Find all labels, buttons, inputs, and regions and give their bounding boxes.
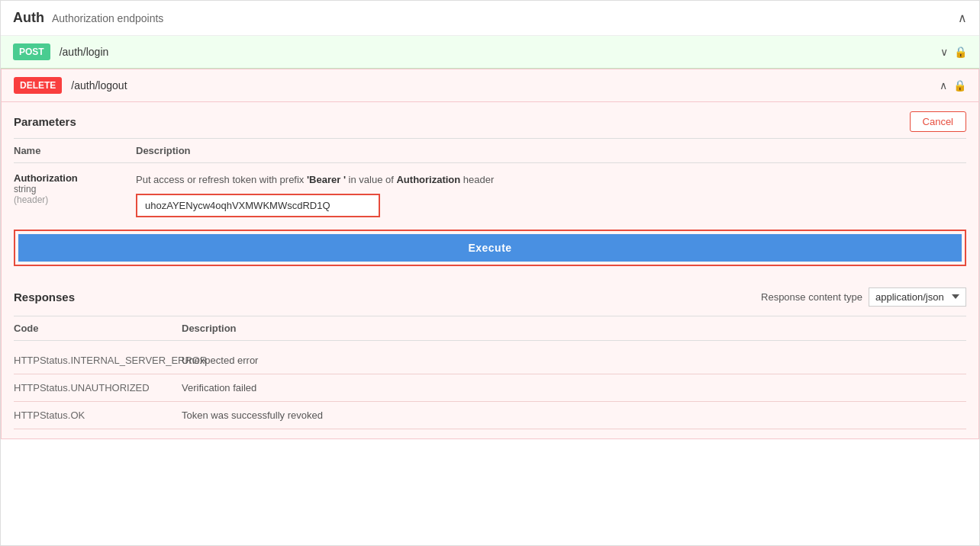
parameters-title: Parameters [14, 115, 76, 128]
responses-area: Responses Response content type applicat… [2, 278, 978, 438]
post-endpoint-right: ∨ 🔒 [940, 46, 967, 58]
response-desc-server-error: Unexpected error [182, 355, 966, 366]
desc-prefix: Put access or refresh token with prefix [136, 174, 307, 185]
col-description-header: Description [136, 145, 966, 156]
delete-endpoint-right: ∧ 🔒 [940, 79, 966, 92]
col-code-header: Code [14, 323, 182, 334]
header: Auth Authorization endpoints ∧ [1, 1, 979, 36]
response-code-ok: HTTPStatus.OK [14, 410, 182, 421]
delete-path: /auth/logout [71, 79, 127, 92]
response-type-select[interactable]: application/json [869, 287, 966, 307]
post-chevron-icon[interactable]: ∨ [940, 46, 948, 58]
param-type: string [14, 184, 130, 194]
response-row-unauthorized: HTTPStatus.UNAUTHORIZED Verification fai… [14, 374, 966, 402]
parameters-area: Parameters Cancel Name Description Autho… [2, 102, 978, 278]
col-desc-header: Description [182, 323, 966, 334]
desc-suffix: header [460, 174, 494, 185]
params-table-header: Name Description [14, 138, 966, 163]
delete-endpoint-left: DELETE /auth/logout [14, 77, 127, 94]
post-path: /auth/login [60, 46, 109, 58]
cancel-button[interactable]: Cancel [910, 111, 966, 132]
header-left: Auth Authorization endpoints [13, 10, 163, 26]
token-input[interactable] [136, 194, 380, 217]
responses-table-header: Code Description [14, 316, 966, 341]
param-description: Put access or refresh token with prefix … [136, 172, 966, 188]
page-subtitle: Authorization endpoints [52, 12, 163, 24]
collapse-icon[interactable]: ∧ [958, 11, 967, 25]
responses-header: Responses Response content type applicat… [14, 287, 966, 307]
delete-chevron-icon[interactable]: ∧ [940, 79, 947, 92]
bearer-label: 'Bearer ' [307, 174, 346, 185]
param-label-col: Authorization string (header) [14, 172, 136, 217]
page-wrapper: Auth Authorization endpoints ∧ POST /aut… [0, 0, 980, 546]
post-badge: POST [13, 43, 50, 60]
post-lock-icon: 🔒 [954, 46, 967, 58]
page-title: Auth [13, 10, 44, 26]
response-row-server-error: HTTPStatus.INTERNAL_SERVER_ERROR Unexpec… [14, 347, 966, 374]
delete-section: DELETE /auth/logout ∧ 🔒 Parameters Cance… [1, 69, 979, 439]
response-type-wrapper: Response content type application/json [761, 287, 966, 307]
response-desc-unauthorized: Verification failed [182, 382, 966, 393]
post-endpoint-row[interactable]: POST /auth/login ∨ 🔒 [1, 36, 979, 69]
param-row-authorization: Authorization string (header) Put access… [14, 172, 966, 217]
col-name-header: Name [14, 145, 136, 156]
response-code-unauthorized: HTTPStatus.UNAUTHORIZED [14, 382, 182, 393]
delete-endpoint-row[interactable]: DELETE /auth/logout ∧ 🔒 [2, 69, 978, 102]
responses-title: Responses [14, 291, 75, 304]
param-name: Authorization [14, 172, 130, 184]
desc-middle: in value of [346, 174, 397, 185]
authorization-label: Authorization [396, 174, 460, 185]
execute-button[interactable]: Execute [18, 234, 962, 262]
response-code-server-error: HTTPStatus.INTERNAL_SERVER_ERROR [14, 355, 182, 366]
response-row-ok: HTTPStatus.OK Token was successfully rev… [14, 402, 966, 429]
parameters-header: Parameters Cancel [14, 102, 966, 138]
param-location: (header) [14, 194, 130, 205]
delete-badge: DELETE [14, 77, 62, 94]
post-endpoint-left: POST /auth/login [13, 43, 108, 60]
response-type-label: Response content type [761, 291, 862, 303]
response-desc-ok: Token was successfully revoked [182, 410, 966, 421]
delete-lock-icon: 🔒 [953, 79, 966, 92]
response-rows: HTTPStatus.INTERNAL_SERVER_ERROR Unexpec… [14, 347, 966, 429]
execute-button-wrapper: Execute [14, 230, 966, 266]
param-desc-col: Put access or refresh token with prefix … [136, 172, 966, 217]
